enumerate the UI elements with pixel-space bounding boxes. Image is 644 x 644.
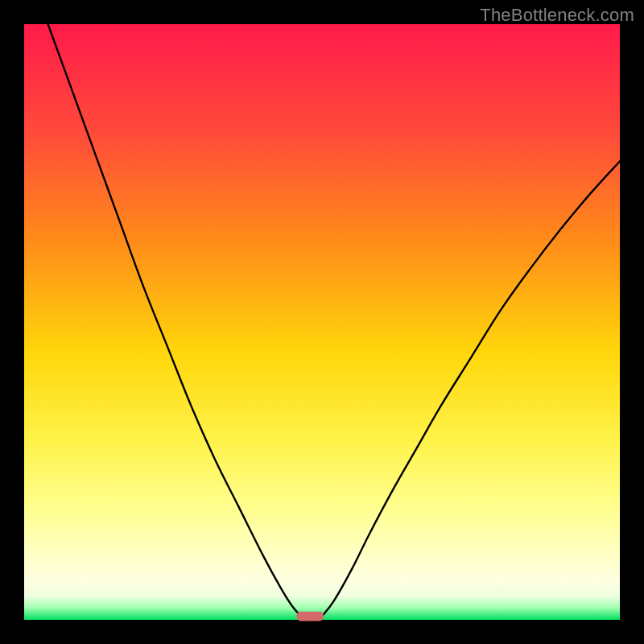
curve-left-branch xyxy=(48,24,302,617)
plot-area xyxy=(24,24,620,620)
curve-right-branch xyxy=(322,161,620,616)
chart-frame: TheBottleneck.com xyxy=(0,0,644,644)
watermark-text: TheBottleneck.com xyxy=(480,5,634,26)
bottleneck-marker xyxy=(297,612,324,621)
curve-layer xyxy=(24,24,620,620)
